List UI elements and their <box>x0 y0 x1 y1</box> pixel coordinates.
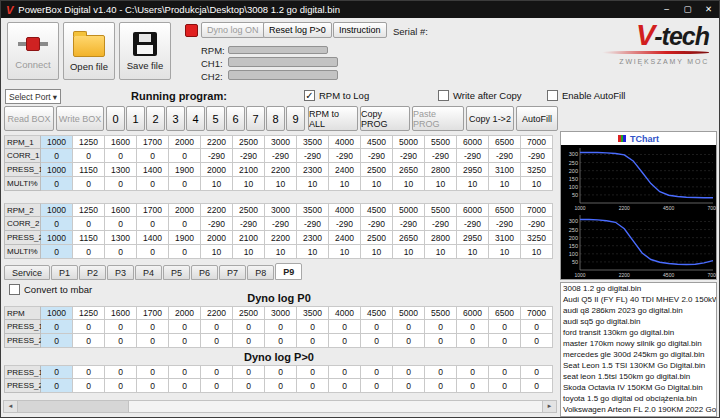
write-after-copy-checkbox-box[interactable] <box>438 90 449 101</box>
grid-cell[interactable]: 3000 <box>265 203 297 217</box>
grid-cell[interactable]: 0 <box>361 334 393 348</box>
grid-cell[interactable]: 0 <box>41 320 73 334</box>
grid-cell[interactable]: 1150 <box>73 231 105 245</box>
grid-cell[interactable]: 0 <box>329 320 361 334</box>
grid-cell[interactable]: 10 <box>425 245 457 259</box>
grid-cell[interactable]: 4000 <box>329 306 361 320</box>
grid-cell[interactable]: 2800 <box>425 163 457 177</box>
tab-p4[interactable]: P4 <box>135 265 162 280</box>
grid-cell[interactable]: 0 <box>41 379 73 393</box>
grid-cell[interactable]: -290 <box>457 217 489 231</box>
digit-button-4[interactable]: 4 <box>186 106 205 131</box>
digit-button-0[interactable]: 0 <box>106 106 125 131</box>
grid-cell[interactable]: 2500 <box>233 135 265 149</box>
grid-cell[interactable]: 0 <box>73 245 105 259</box>
grid-cell[interactable]: 0 <box>169 379 201 393</box>
grid-cell[interactable]: 0 <box>265 320 297 334</box>
digit-button-6[interactable]: 6 <box>226 106 245 131</box>
grid-cell[interactable]: 4500 <box>361 203 393 217</box>
grid-cell[interactable]: 2400 <box>329 163 361 177</box>
grid-cell[interactable]: 6000 <box>457 135 489 149</box>
grid-cell[interactable]: 2200 <box>265 163 297 177</box>
grid-cell[interactable]: 2800 <box>425 231 457 245</box>
file-list-item[interactable]: mercedes gle 300d 245km go digital.bin <box>561 349 716 360</box>
grid-cell[interactable]: 0 <box>297 379 329 393</box>
grid-cell[interactable]: 3500 <box>297 135 329 149</box>
grid-cell[interactable]: 2000 <box>169 203 201 217</box>
grid-cell[interactable]: -290 <box>521 149 553 163</box>
open-file-button[interactable]: Open file <box>63 22 115 80</box>
grid-cell[interactable]: 2950 <box>457 231 489 245</box>
grid-cell[interactable]: 0 <box>137 365 169 379</box>
scroll-left-arrow-icon[interactable]: ◄ <box>4 401 18 412</box>
grid-cell[interactable]: 0 <box>329 365 361 379</box>
connect-button[interactable]: Connect <box>7 22 59 80</box>
grid-cell[interactable]: 0 <box>169 245 201 259</box>
grid-cell[interactable]: -290 <box>361 217 393 231</box>
grid-cell[interactable]: 2650 <box>393 231 425 245</box>
grid-cell[interactable]: 0 <box>297 334 329 348</box>
grid-cell[interactable]: 7000 <box>521 306 553 320</box>
minimize-button[interactable]: – <box>656 1 677 18</box>
grid-cell[interactable]: 1700 <box>137 306 169 320</box>
grid-cell[interactable]: 1000 <box>41 203 73 217</box>
file-list-item[interactable]: master 170km nowy silnik go digital.bin <box>561 338 716 349</box>
file-list-item[interactable]: Volkswagen Arteon FL 2.0 190KM 2022 Go D… <box>561 404 716 415</box>
grid-cell[interactable]: 0 <box>169 217 201 231</box>
rpm-to-all-button[interactable]: RPM to ALL <box>308 106 358 131</box>
grid-cell[interactable]: 10 <box>265 245 297 259</box>
grid-cell[interactable]: 10 <box>393 245 425 259</box>
file-list-item[interactable]: Seat Leon 1.5 TSI 130KM Go Digital.bin <box>561 360 716 371</box>
grid-cell[interactable]: 0 <box>393 334 425 348</box>
grid-cell[interactable]: 10 <box>521 177 553 191</box>
grid-cell[interactable]: 2200 <box>201 135 233 149</box>
grid-cell[interactable]: 10 <box>201 245 233 259</box>
grid-cell[interactable]: 0 <box>361 320 393 334</box>
tab-p7[interactable]: P7 <box>219 265 246 280</box>
rpm-to-log-checkbox-box[interactable]: ✓ <box>304 90 315 101</box>
enable-autofill-checkbox[interactable]: Enable AutoFill <box>547 90 625 101</box>
grid-cell[interactable]: 0 <box>265 379 297 393</box>
grid-cell[interactable]: 0 <box>169 149 201 163</box>
grid-cell[interactable]: 0 <box>73 334 105 348</box>
grid-cell[interactable]: 2500 <box>233 306 265 320</box>
grid-cell[interactable]: 0 <box>457 334 489 348</box>
grid-cell[interactable]: 0 <box>393 379 425 393</box>
grid-cell[interactable]: 0 <box>425 334 457 348</box>
grid-cell[interactable]: 10 <box>489 245 521 259</box>
grid-cell[interactable]: 0 <box>425 320 457 334</box>
grid-cell[interactable]: 2000 <box>201 163 233 177</box>
dyno-log-on-button[interactable]: Dyno log ON <box>201 22 265 38</box>
grid-cell[interactable]: 0 <box>73 217 105 231</box>
grid-cell[interactable]: 1000 <box>41 306 73 320</box>
grid-cell[interactable]: -290 <box>201 217 233 231</box>
grid-cell[interactable]: 0 <box>105 379 137 393</box>
grid-cell[interactable]: -290 <box>329 149 361 163</box>
tab-p2[interactable]: P2 <box>79 265 106 280</box>
horizontal-scrollbar[interactable]: ◄ ► <box>3 400 557 413</box>
grid-cell[interactable]: 0 <box>41 334 73 348</box>
grid-cell[interactable]: 0 <box>73 365 105 379</box>
grid-cell[interactable]: 0 <box>137 149 169 163</box>
grid-cell[interactable]: 0 <box>457 320 489 334</box>
file-list-item[interactable]: Audi Q5 II (FY FL) 40 TDI MHEV 2.0 150kW… <box>561 294 716 305</box>
grid-cell[interactable]: 1600 <box>105 135 137 149</box>
grid-cell[interactable]: 5500 <box>425 306 457 320</box>
grid-cell[interactable]: 0 <box>297 320 329 334</box>
grid-cell[interactable]: 10 <box>457 245 489 259</box>
grid-cell[interactable]: 0 <box>201 379 233 393</box>
grid-cell[interactable]: 1600 <box>105 306 137 320</box>
grid-cell[interactable]: 0 <box>137 379 169 393</box>
grid-cell[interactable]: 2100 <box>233 231 265 245</box>
digit-button-9[interactable]: 9 <box>286 106 305 131</box>
grid-cell[interactable]: 4000 <box>329 135 361 149</box>
grid-cell[interactable]: 0 <box>105 320 137 334</box>
grid-cell[interactable]: 2500 <box>361 163 393 177</box>
grid-cell[interactable]: 0 <box>41 245 73 259</box>
grid-cell[interactable]: -290 <box>489 217 521 231</box>
grid-cell[interactable]: 1000 <box>41 231 73 245</box>
grid-cell[interactable]: 2300 <box>297 163 329 177</box>
tab-p9[interactable]: P9 <box>275 263 302 280</box>
grid-cell[interactable]: 5000 <box>393 203 425 217</box>
grid-cell[interactable]: 2200 <box>201 203 233 217</box>
